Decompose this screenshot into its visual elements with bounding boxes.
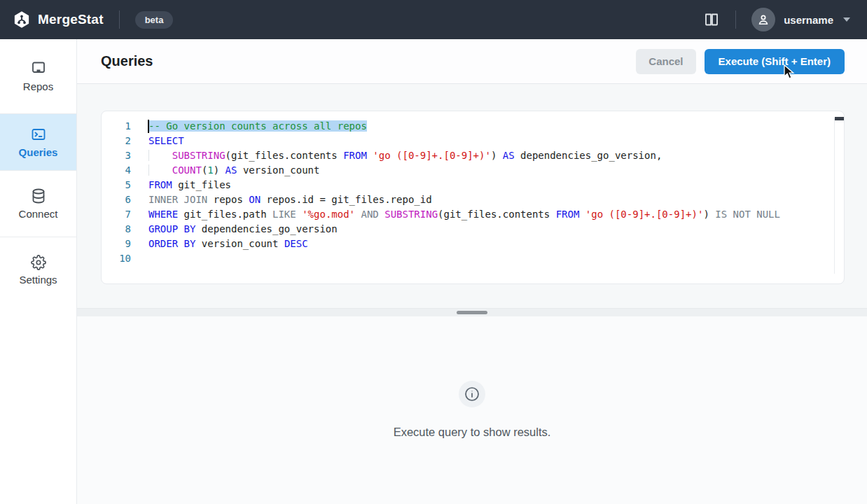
code-line-8[interactable]: GROUP BY dependencies_go_version: [148, 222, 844, 237]
code-line-4[interactable]: COUNT(1) AS version_count: [148, 163, 844, 178]
code-line-6[interactable]: INNER JOIN repos ON repos.id = git_files…: [148, 192, 844, 207]
line-number: 7: [102, 207, 131, 222]
sidebar-item-queries[interactable]: Queries: [0, 114, 76, 171]
user-menu[interactable]: username: [751, 8, 850, 31]
sidebar-item-settings[interactable]: Settings: [0, 237, 76, 303]
username-label: username: [784, 14, 833, 26]
line-number: 3: [102, 148, 131, 163]
repo-icon: [30, 60, 47, 77]
docs-book-icon[interactable]: [703, 11, 720, 28]
editor-section: 12345678910 -- Go version counts across …: [77, 84, 867, 308]
sidebar-item-label: Connect: [19, 208, 58, 220]
code-line-9[interactable]: ORDER BY version_count DESC: [148, 237, 844, 251]
line-number: 4: [102, 163, 131, 178]
code-line-10[interactable]: [148, 251, 844, 266]
scrollbar-thumb[interactable]: [835, 117, 845, 120]
sidebar-item-label: Settings: [19, 274, 57, 286]
line-number: 5: [102, 178, 131, 192]
page-header: Queries Cancel Execute (Shift + Enter): [77, 39, 867, 84]
cancel-button[interactable]: Cancel: [636, 49, 695, 74]
top-navbar: MergeStat beta username: [0, 0, 867, 39]
sidebar-item-label: Repos: [23, 80, 53, 92]
main-panel: Queries Cancel Execute (Shift + Enter) 1…: [77, 39, 867, 504]
sidebar: Repos Queries Connect: [0, 39, 77, 504]
sql-editor[interactable]: 12345678910 -- Go version counts across …: [101, 111, 845, 284]
sidebar-item-repos[interactable]: Repos: [0, 39, 76, 114]
code-line-1[interactable]: -- Go version counts across all repos: [148, 119, 844, 134]
gear-icon: [31, 255, 46, 270]
results-panel: Execute query to show results.: [77, 316, 867, 504]
info-icon: [459, 381, 485, 407]
line-number: 8: [102, 222, 131, 237]
brand[interactable]: MergeStat: [13, 10, 104, 29]
sidebar-item-label: Queries: [19, 146, 58, 158]
editor-gutter: 12345678910: [102, 119, 131, 266]
sidebar-item-connect[interactable]: Connect: [0, 171, 76, 237]
line-number: 10: [102, 251, 131, 266]
terminal-icon: [30, 126, 47, 143]
brand-name: MergeStat: [38, 12, 104, 27]
editor-surface[interactable]: 12345678910 -- Go version counts across …: [102, 111, 844, 266]
editor-scrollbar[interactable]: [834, 118, 844, 274]
editor-code[interactable]: -- Go version counts across all reposSEL…: [148, 119, 844, 266]
chevron-down-icon: [843, 18, 850, 22]
code-line-5[interactable]: FROM git_files: [148, 178, 844, 192]
database-icon: [30, 188, 47, 204]
selected-text: -- Go version counts across all repos: [148, 120, 367, 132]
navbar-divider: [119, 10, 120, 29]
line-number: 1: [102, 119, 131, 134]
line-number: 2: [102, 134, 131, 148]
beta-badge: beta: [135, 11, 174, 29]
text-cursor: [148, 120, 149, 133]
resize-handle[interactable]: [457, 311, 487, 314]
execute-button[interactable]: Execute (Shift + Enter): [705, 49, 845, 74]
line-number: 9: [102, 237, 131, 251]
code-line-2[interactable]: SELECT: [148, 134, 844, 148]
code-line-3[interactable]: SUBSTRING(git_files.contents FROM 'go ([…: [148, 148, 844, 163]
avatar: [751, 8, 775, 31]
mergestat-logo-icon: [13, 10, 31, 29]
empty-results-message: Execute query to show results.: [394, 426, 551, 439]
page-title: Queries: [101, 53, 636, 69]
navbar-divider-2: [735, 10, 736, 29]
code-line-7[interactable]: WHERE git_files.path LIKE '%go.mod' AND …: [148, 207, 844, 222]
line-number: 6: [102, 192, 131, 207]
pane-resize-divider[interactable]: [77, 308, 867, 316]
